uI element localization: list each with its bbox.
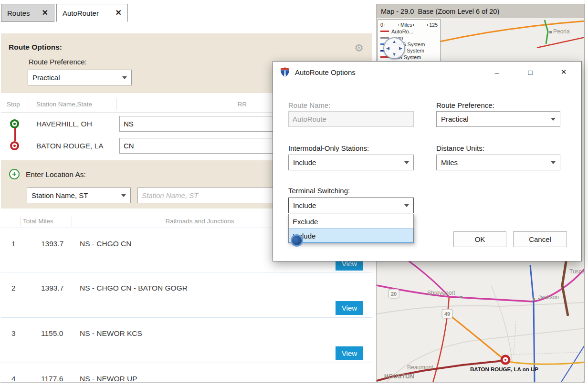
map-label-houston: HOUSTON bbox=[384, 373, 414, 380]
highway-shield-20: 20 bbox=[388, 289, 399, 298]
intermodal-stations-label: Intermodal-Only Stations: bbox=[288, 144, 369, 152]
map-label-beaumont: Beaumont bbox=[407, 364, 433, 371]
add-stop-icon[interactable]: + bbox=[9, 169, 20, 179]
route-railroads: NS - CHGO CN bbox=[80, 240, 132, 248]
option-include[interactable]: Include bbox=[289, 229, 413, 243]
cancel-button[interactable]: Cancel bbox=[513, 231, 567, 247]
route-number: 4 bbox=[11, 375, 16, 383]
scale-bar bbox=[385, 24, 399, 26]
chevron-down-icon bbox=[551, 161, 556, 164]
chevron-down-icon bbox=[121, 194, 126, 197]
map-label-jackson: Jackson bbox=[538, 294, 559, 301]
map-destination-marker-dot bbox=[504, 359, 506, 361]
route-preference-label: Route Preference: bbox=[29, 58, 87, 66]
autoroute-options-dialog: AutoRoute Options – □ ✕ Route Name: Rout… bbox=[273, 61, 582, 261]
distance-units-dropdown[interactable]: Miles bbox=[436, 155, 560, 170]
route-result-row[interactable]: 4 1177.6 NS - NEWOR UP View bbox=[1, 363, 372, 383]
header-separator bbox=[20, 217, 21, 226]
distance-units-label: Distance Units: bbox=[436, 144, 484, 152]
close-icon[interactable]: ✕ bbox=[42, 9, 48, 17]
minimize-icon[interactable]: – bbox=[486, 65, 508, 79]
origin-stop-icon bbox=[10, 119, 19, 128]
route-number: 2 bbox=[11, 284, 16, 292]
svg-text:20: 20 bbox=[391, 291, 397, 297]
chevron-down-icon bbox=[404, 161, 409, 164]
route-railroads: NS - NEWOR UP bbox=[80, 375, 137, 383]
close-icon[interactable]: ✕ bbox=[553, 65, 575, 79]
map-panel-header: Map - 29.0_Base (Zoom Level 6 of 20) bbox=[376, 4, 585, 18]
tab-autorouter-label: AutoRouter bbox=[63, 9, 99, 17]
destination-stop-icon bbox=[10, 141, 19, 150]
route-railroads: NS - CHGO CN - BATON GOGR bbox=[80, 284, 188, 292]
location-type-value: Station Name, ST bbox=[32, 191, 88, 199]
terminal-switching-dropdown[interactable]: Include bbox=[288, 198, 414, 213]
pan-right-icon[interactable]: ▶ bbox=[399, 46, 402, 51]
scale-end: 125 bbox=[429, 22, 438, 28]
route-total-miles: 1155.0 bbox=[41, 329, 63, 338]
scale-label: Miles bbox=[400, 22, 412, 28]
maximize-icon[interactable]: □ bbox=[519, 65, 541, 79]
view-route-button[interactable]: View bbox=[336, 301, 363, 315]
pan-left-icon[interactable]: ◀ bbox=[386, 46, 389, 51]
route-name-label: Route Name: bbox=[288, 101, 330, 109]
svg-text:49: 49 bbox=[444, 311, 450, 317]
header-separator bbox=[116, 98, 117, 110]
route-name-input bbox=[288, 111, 414, 127]
stop-connector-line bbox=[14, 128, 16, 141]
stops-header-rr: RR bbox=[213, 101, 247, 108]
intermodal-stations-value: Include bbox=[293, 158, 316, 167]
location-type-dropdown[interactable]: Station Name, ST bbox=[27, 188, 131, 203]
route-preference-dropdown[interactable]: Practical bbox=[28, 70, 132, 85]
city-dot-jackson bbox=[533, 298, 535, 301]
route-options-title: Route Options: bbox=[9, 43, 62, 52]
legend-entry-label: AutoRo... bbox=[391, 29, 413, 34]
stop-station-name: BATON ROUGE, LA bbox=[36, 142, 104, 150]
route-railroads: NS - NEWOR KCS bbox=[80, 329, 142, 338]
dialog-titlebar: AutoRoute Options – □ ✕ bbox=[273, 62, 581, 83]
terminal-switching-options-list: Exclude Include bbox=[288, 214, 414, 243]
view-route-button[interactable]: View bbox=[336, 346, 363, 360]
route-number: 3 bbox=[11, 329, 16, 338]
app-shield-icon bbox=[280, 67, 290, 77]
legend-entry: AutoRo... bbox=[380, 28, 438, 35]
route-preference-value: Practical bbox=[32, 73, 60, 82]
option-exclude[interactable]: Exclude bbox=[289, 214, 413, 229]
stop-rr-input[interactable] bbox=[119, 138, 273, 154]
ok-button[interactable]: OK bbox=[453, 231, 506, 247]
distance-units-value: Miles bbox=[441, 158, 458, 167]
chevron-down-icon bbox=[551, 118, 556, 121]
header-separator bbox=[72, 217, 72, 226]
route-result-row[interactable]: 2 1393.7 NS - CHGO CN - BATON GOGR View bbox=[1, 272, 372, 317]
window-controls: – □ ✕ bbox=[486, 65, 575, 79]
legend-line-swatch bbox=[380, 31, 389, 32]
dialog-route-preference-label: Route Preference: bbox=[436, 101, 494, 109]
results-header-miles: Total Miles bbox=[23, 218, 53, 225]
map-label-tuscaloosa: Tusca... bbox=[569, 268, 585, 275]
cursor-indicator bbox=[291, 234, 303, 247]
map-label-peoria: Peoria bbox=[553, 28, 570, 35]
pan-up-icon[interactable]: ▲ bbox=[392, 40, 397, 44]
city-dot-shreveport bbox=[460, 296, 462, 298]
stop-rr-input[interactable] bbox=[119, 116, 273, 132]
map-pan-control[interactable]: ▲ ▼ ◀ ▶ bbox=[383, 37, 405, 59]
dialog-route-preference-dropdown[interactable]: Practical bbox=[436, 111, 560, 127]
route-result-row[interactable]: 3 1155.0 NS - NEWOR KCS View bbox=[1, 317, 372, 363]
close-icon[interactable]: ✕ bbox=[116, 9, 122, 17]
tab-routes[interactable]: Routes ✕ bbox=[1, 4, 54, 22]
station-search-input[interactable] bbox=[137, 188, 277, 203]
map-label-shreveport: Shreveport bbox=[427, 290, 455, 296]
route-total-miles: 1177.6 bbox=[41, 375, 63, 383]
chevron-down-icon bbox=[404, 204, 409, 207]
terminal-switching-value: Include bbox=[293, 201, 316, 209]
gear-icon[interactable]: ⚙ bbox=[354, 42, 364, 54]
city-dot-peoria bbox=[549, 31, 552, 33]
intermodal-stations-dropdown[interactable]: Include bbox=[288, 155, 414, 170]
tab-autorouter[interactable]: AutoRouter ✕ bbox=[56, 4, 128, 22]
chevron-down-icon bbox=[122, 76, 127, 79]
scale-start: 0 bbox=[380, 22, 383, 28]
pan-down-icon[interactable]: ▼ bbox=[392, 52, 397, 57]
map-scale: 0 Miles 125 bbox=[380, 21, 438, 28]
highway-shield-49: 49 bbox=[442, 309, 452, 318]
tab-routes-label: Routes bbox=[7, 9, 30, 17]
stop-station-name: HAVERHILL, OH bbox=[36, 120, 92, 128]
